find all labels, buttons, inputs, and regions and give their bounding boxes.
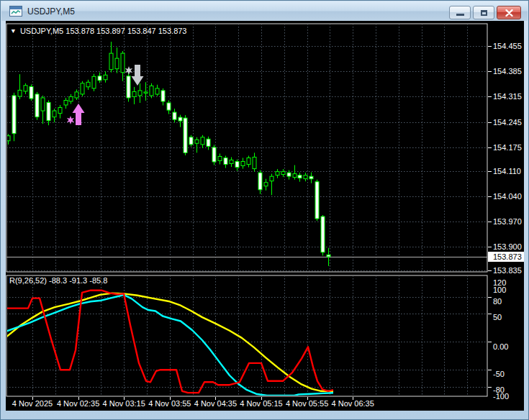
restore-button[interactable]	[473, 6, 494, 19]
indicator-axis-label: 50	[493, 313, 502, 321]
bull-candle	[104, 75, 107, 80]
price-grid	[6, 24, 487, 272]
bull-candle	[109, 53, 113, 70]
bull-candle	[41, 98, 45, 111]
bull-candle	[18, 90, 22, 96]
close-button[interactable]	[497, 6, 521, 19]
bull-candle	[58, 108, 62, 114]
price-axis-label: 154.110	[493, 167, 521, 175]
bull-candle	[69, 96, 73, 101]
axis-ticks	[33, 47, 492, 401]
bear-candle	[173, 112, 176, 119]
indicator-header: R(9,26,52) -88.3 -91.3 -85.8	[9, 276, 107, 285]
time-axis-label: 4 Nov 05:55	[286, 399, 328, 408]
bull-candle	[264, 183, 268, 186]
time-axis-label: 4 Nov 2025	[12, 399, 53, 408]
bear-candle	[189, 137, 193, 145]
indicator-axis-label: 100	[493, 286, 506, 294]
chart-window-icon	[9, 6, 22, 17]
bull-candle	[138, 91, 142, 96]
indicator-axis-label: -50	[493, 370, 505, 378]
bull-candle	[115, 58, 119, 69]
bear-candle	[167, 103, 171, 110]
symbol-dropdown-icon[interactable]: ▼	[10, 27, 17, 35]
bull-candle	[24, 86, 27, 91]
price-axis-label: 154.385	[493, 67, 522, 76]
bear-candle	[327, 255, 330, 257]
bull-candle	[304, 175, 307, 179]
bear-candle	[184, 118, 187, 152]
chart-window: USDJPY,M5 ▼USDJPY,M5 153.878 153.897 153…	[0, 0, 529, 420]
bear-candle	[258, 173, 262, 190]
sell-arrow-icon	[135, 65, 140, 76]
time-axis-label: 4 Nov 02:35	[57, 399, 99, 408]
price-axis-label: 154.315	[493, 92, 522, 101]
bull-candle	[247, 158, 250, 165]
bear-candle	[298, 175, 302, 178]
bear-candle	[12, 96, 16, 134]
bear-candle	[309, 176, 313, 179]
bear-candle	[235, 162, 239, 168]
bull-candle	[253, 158, 256, 169]
bear-candle	[315, 182, 319, 219]
bull-candle	[121, 53, 125, 73]
time-axis-label: 4 Nov 06:35	[332, 399, 374, 408]
window-titlebar[interactable]: USDJPY,M5	[1, 1, 528, 21]
minimize-icon	[456, 14, 464, 16]
indicator-grid	[6, 275, 487, 396]
chart-canvas[interactable]	[6, 21, 524, 411]
bear-candle	[224, 158, 227, 165]
indicator-axis-label: 0.00	[493, 342, 508, 351]
time-axis-label: 4 Nov 05:15	[240, 399, 282, 408]
bear-candle	[178, 117, 182, 121]
price-axis-label: 153.970	[493, 217, 522, 226]
sell-star-icon	[125, 66, 132, 75]
bull-candle	[6, 136, 10, 141]
bear-candle	[35, 94, 39, 117]
bear-candle	[212, 147, 216, 162]
indicator-axis-label: -100	[493, 392, 509, 401]
bull-candle	[201, 137, 204, 145]
ohlc-header: ▼USDJPY,M5 153.878 153.897 153.847 153.8…	[9, 27, 186, 35]
price-axis-label: 154.455	[493, 42, 522, 50]
price-axis-label: 153.835	[493, 266, 522, 275]
price-axis-label: 154.245	[493, 118, 522, 127]
bull-candle	[86, 82, 90, 87]
time-axis-label: 4 Nov 03:55	[148, 399, 191, 408]
close-icon	[505, 9, 513, 17]
bull-candle	[132, 91, 136, 96]
bull-candle	[241, 162, 245, 166]
bear-candle	[30, 86, 33, 99]
bear-candle	[127, 76, 130, 98]
bear-candle	[321, 216, 325, 252]
bear-candle	[287, 173, 291, 176]
bull-candle	[53, 111, 56, 117]
bull-candle	[281, 172, 285, 175]
current-price-tag: 153.873	[488, 252, 524, 262]
sell-arrow-icon	[132, 76, 144, 86]
bull-candle	[150, 86, 153, 96]
bull-candle	[92, 76, 96, 88]
buy-star-icon	[67, 116, 74, 124]
buy-arrow-icon	[73, 104, 85, 113]
window-title: USDJPY,M5	[27, 6, 75, 17]
bear-candle	[98, 76, 101, 81]
bull-candle	[270, 176, 273, 181]
line-red	[6, 291, 333, 393]
minimize-button[interactable]	[449, 6, 471, 19]
bear-candle	[161, 91, 165, 101]
restore-icon	[481, 10, 487, 16]
bull-candle	[293, 174, 297, 178]
bull-candle	[75, 92, 78, 98]
bull-candle	[218, 157, 222, 161]
price-axis-label: 153.900	[493, 242, 522, 251]
bull-candle	[155, 88, 159, 94]
bull-candle	[81, 83, 84, 94]
bull-candle	[144, 92, 148, 93]
candles	[6, 42, 330, 266]
price-axis-label: 154.175	[493, 143, 522, 152]
bull-candle	[276, 172, 279, 175]
price-axis-label: 154.040	[493, 192, 522, 201]
chart-client-area: ▼USDJPY,M5 153.878 153.897 153.847 153.8…	[6, 21, 524, 411]
time-axis-label: 4 Nov 03:15	[103, 399, 145, 408]
